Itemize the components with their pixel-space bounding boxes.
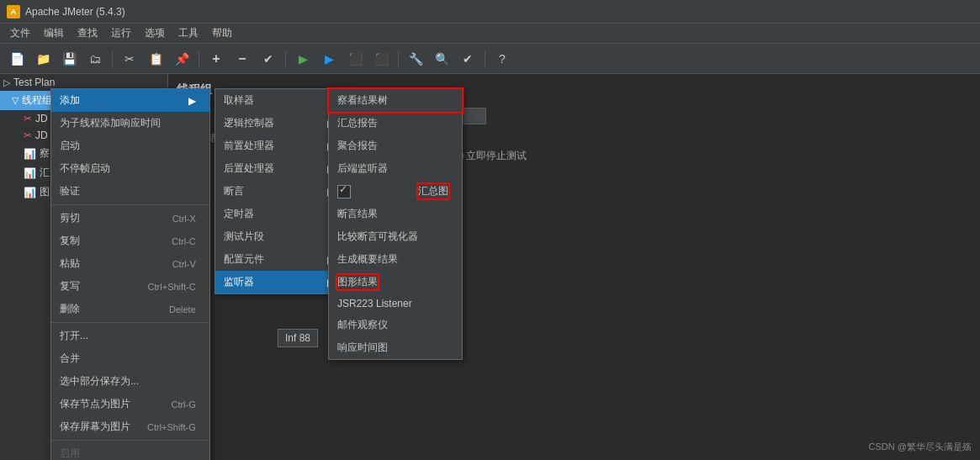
- tree-item-cha[interactable]: 📊 察: [0, 144, 167, 163]
- jd2-label: JD: [35, 130, 48, 141]
- threads-row: 数：: [177, 188, 972, 204]
- tu-icon: 📊: [24, 187, 36, 198]
- action-section-title: 取样器错误后要执行的动作: [177, 131, 972, 145]
- help-button[interactable]: ?: [490, 47, 514, 71]
- start-button[interactable]: ▶: [291, 47, 315, 71]
- tree-item-tu[interactable]: 📊 图: [0, 182, 167, 202]
- hui-icon: 📊: [24, 167, 36, 179]
- threadgroup-label: 线程组: [22, 93, 52, 108]
- app-title: Apache JMeter (5.4.3): [25, 6, 125, 18]
- right-panel: 线程组 线程组 取样器错误后要执行的动作 继续 启动下一进程循环 停止线程 停止…: [168, 74, 980, 460]
- toggle-button[interactable]: ✔: [257, 47, 280, 71]
- name-label: 线程组: [177, 109, 227, 124]
- remove-button[interactable]: −: [230, 47, 254, 71]
- jd1-icon: ✂: [24, 113, 32, 124]
- paste-button[interactable]: 📌: [170, 47, 193, 71]
- separator4: [398, 50, 399, 67]
- menu-find[interactable]: 查找: [71, 24, 104, 43]
- settings-button[interactable]: 🔧: [404, 47, 427, 71]
- testplan-label: Test Plan: [13, 77, 55, 88]
- action-next-loop[interactable]: 启动下一进程循环: [220, 149, 315, 163]
- app-icon: A: [7, 5, 20, 19]
- jd1-label: JD: [35, 113, 48, 124]
- action-continue[interactable]: 继续: [177, 149, 210, 163]
- separator2: [199, 50, 199, 67]
- tree-item-hui[interactable]: 📊 汇: [0, 163, 167, 182]
- cha-label: 察: [40, 146, 50, 161]
- tree-item-jd1[interactable]: ✂ JD: [0, 110, 167, 127]
- properties-title: 属性: [177, 170, 972, 184]
- separator1: [112, 50, 113, 67]
- tree-item-threadgroup[interactable]: ▽ 线程组: [0, 91, 167, 110]
- menu-help[interactable]: 帮助: [205, 24, 239, 43]
- new-button[interactable]: 📄: [5, 47, 29, 71]
- main-layout: ▷ Test Plan ▽ 线程组 ✂ JD ✂ JD 📊 察 📊 汇 📊 图: [0, 74, 980, 460]
- testplan-icon: ▷: [3, 77, 10, 88]
- action-stop-immediate[interactable]: 立即停止测试: [453, 149, 527, 163]
- cha-icon: 📊: [24, 148, 36, 160]
- separator3: [285, 50, 286, 67]
- menu-run[interactable]: 运行: [104, 24, 138, 43]
- open-button[interactable]: 📁: [31, 47, 55, 71]
- save-as-button[interactable]: 🗂: [83, 47, 107, 71]
- name-row: 线程组: [177, 108, 972, 124]
- menu-file[interactable]: 文件: [3, 24, 37, 43]
- tree-item-jd2[interactable]: ✂ JD: [0, 127, 167, 144]
- cut-button[interactable]: ✂: [118, 47, 141, 71]
- copy-button[interactable]: 📋: [144, 47, 167, 71]
- tree-item-testplan[interactable]: ▷ Test Plan: [0, 74, 167, 91]
- threads-label: 数：: [177, 189, 227, 204]
- menu-bar: 文件 编辑 查找 运行 选项 工具 帮助: [0, 24, 980, 44]
- separator5: [485, 50, 485, 67]
- stop-button[interactable]: ⬛: [343, 47, 367, 71]
- action-stop-test[interactable]: 停止测试: [389, 149, 442, 163]
- search-button[interactable]: 🔍: [430, 47, 453, 71]
- hui-label: 汇: [40, 166, 50, 180]
- title-bar: A Apache JMeter (5.4.3): [0, 0, 980, 24]
- left-panel: ▷ Test Plan ▽ 线程组 ✂ JD ✂ JD 📊 察 📊 汇 📊 图: [0, 74, 168, 460]
- action-stop-thread[interactable]: 停止线程: [325, 149, 379, 163]
- menu-tools[interactable]: 工具: [172, 24, 205, 43]
- tu-label: 图: [40, 185, 50, 199]
- name-input[interactable]: [234, 108, 486, 124]
- threads-input[interactable]: [234, 188, 335, 204]
- start-no-pause-button[interactable]: ▶: [317, 47, 341, 71]
- menu-options[interactable]: 选项: [138, 24, 172, 43]
- toolbar: 📄 📁 💾 🗂 ✂ 📋 📌 + − ✔ ▶ ▶ ⬛ ⬛ 🔧 🔍 ✔ ?: [0, 44, 980, 74]
- action-radio-group: 继续 启动下一进程循环 停止线程 停止测试 立即停止测试: [177, 149, 972, 163]
- inf-badge: Inf 88: [278, 329, 318, 347]
- panel-title: 线程组: [177, 82, 972, 98]
- save-button[interactable]: 💾: [57, 47, 81, 71]
- watermark: CSDN @繁华尽头满是殇: [869, 441, 972, 453]
- jd2-icon: ✂: [24, 130, 32, 141]
- menu-edit[interactable]: 编辑: [37, 24, 71, 43]
- threadgroup-icon: ▽: [12, 95, 19, 106]
- clear-button[interactable]: ✔: [456, 47, 479, 71]
- add-button[interactable]: +: [204, 47, 228, 71]
- shutdown-button[interactable]: ⬛: [369, 47, 393, 71]
